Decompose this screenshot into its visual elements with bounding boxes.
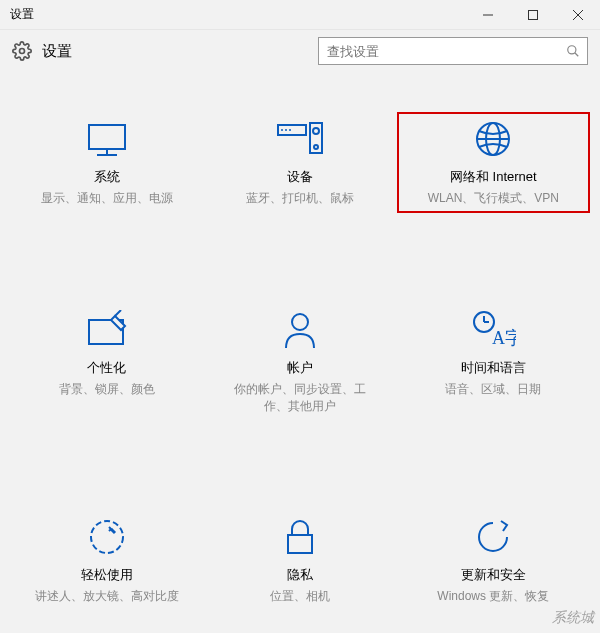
tile-title: 时间和语言 [461, 359, 526, 377]
tile-ease-of-access[interactable]: 轻松使用 讲述人、放大镜、高对比度 [10, 510, 203, 611]
globe-icon [473, 118, 513, 160]
tile-title: 个性化 [87, 359, 126, 377]
tile-network[interactable]: 网络和 Internet WLAN、飞行模式、VPN [397, 112, 590, 213]
tile-title: 隐私 [287, 566, 313, 584]
tile-accounts[interactable]: 帐户 你的帐户、同步设置、工作、其他用户 [203, 303, 396, 421]
header: 设置 [0, 30, 600, 72]
svg-text:A字: A字 [492, 328, 516, 348]
tile-desc: Windows 更新、恢复 [437, 588, 549, 605]
window-controls [465, 0, 600, 30]
tile-desc: 蓝牙、打印机、鼠标 [246, 190, 354, 207]
tile-title: 帐户 [287, 359, 313, 377]
tile-personalization[interactable]: 个性化 背景、锁屏、颜色 [10, 303, 203, 421]
svg-point-5 [568, 46, 576, 54]
window-title: 设置 [0, 6, 465, 23]
personalize-icon [85, 309, 129, 351]
tile-privacy[interactable]: 隐私 位置、相机 [203, 510, 396, 611]
svg-point-27 [91, 521, 123, 553]
tile-title: 设备 [287, 168, 313, 186]
tile-title: 系统 [94, 168, 120, 186]
tile-desc: 显示、通知、应用、电源 [41, 190, 173, 207]
svg-point-22 [292, 314, 308, 330]
lock-icon [282, 516, 318, 558]
settings-grid: 系统 显示、通知、应用、电源 设备 蓝牙、打印机、鼠标 [0, 72, 600, 621]
ease-icon [87, 516, 127, 558]
tile-desc: 讲述人、放大镜、高对比度 [35, 588, 179, 605]
svg-point-15 [313, 128, 319, 134]
gear-icon [12, 41, 32, 61]
tile-desc: 你的帐户、同步设置、工作、其他用户 [225, 381, 375, 415]
svg-point-16 [314, 145, 318, 149]
tile-desc: 语音、区域、日期 [445, 381, 541, 398]
svg-rect-1 [528, 10, 537, 19]
search-icon [566, 44, 580, 58]
tile-desc: 背景、锁屏、颜色 [59, 381, 155, 398]
close-button[interactable] [555, 0, 600, 30]
svg-rect-28 [288, 535, 312, 553]
display-icon [85, 118, 129, 160]
update-icon [473, 516, 513, 558]
time-language-icon: A字 [470, 309, 516, 351]
tile-system[interactable]: 系统 显示、通知、应用、电源 [10, 112, 203, 213]
search-input[interactable] [318, 37, 588, 65]
tile-time-language[interactable]: A字 时间和语言 语音、区域、日期 [397, 303, 590, 421]
search-wrap [318, 37, 588, 65]
tile-title: 轻松使用 [81, 566, 133, 584]
tile-desc: WLAN、飞行模式、VPN [428, 190, 559, 207]
devices-icon [276, 118, 324, 160]
tile-devices[interactable]: 设备 蓝牙、打印机、鼠标 [203, 112, 396, 213]
tile-update-security[interactable]: 更新和安全 Windows 更新、恢复 [397, 510, 590, 611]
titlebar: 设置 [0, 0, 600, 30]
svg-rect-7 [89, 125, 125, 149]
minimize-button[interactable] [465, 0, 510, 30]
person-icon [280, 309, 320, 351]
maximize-button[interactable] [510, 0, 555, 30]
app-title: 设置 [42, 42, 308, 61]
svg-line-21 [115, 310, 121, 316]
svg-point-4 [20, 49, 25, 54]
tile-title: 网络和 Internet [450, 168, 537, 186]
tile-desc: 位置、相机 [270, 588, 330, 605]
tile-title: 更新和安全 [461, 566, 526, 584]
svg-line-6 [575, 53, 579, 57]
